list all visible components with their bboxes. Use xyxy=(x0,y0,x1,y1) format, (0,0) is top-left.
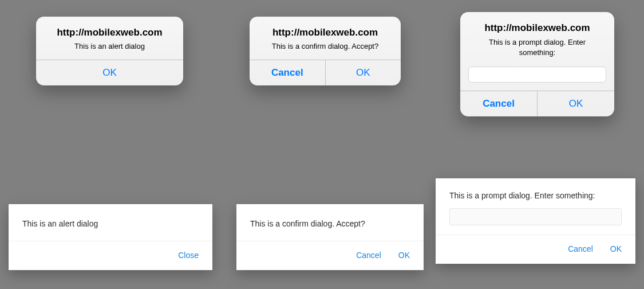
ok-button[interactable]: OK xyxy=(397,248,411,262)
dialog-message: This is a prompt dialog. Enter something… xyxy=(460,37,614,67)
flat-confirm-dialog: This is a confirm dialog. Accept? Cancel… xyxy=(236,204,424,270)
dialog-buttons: Close xyxy=(9,241,212,270)
dialog-buttons: Cancel OK xyxy=(236,241,424,270)
dialog-message: This is a prompt dialog. Enter something… xyxy=(436,178,635,206)
dialog-message: This is a confirm dialog. Accept? xyxy=(236,204,424,241)
ok-button[interactable]: OK xyxy=(36,60,183,85)
input-row xyxy=(436,206,635,235)
dialog-message: This is a confirm dialog. Accept? xyxy=(250,42,401,60)
input-row xyxy=(460,67,614,91)
ios-prompt-dialog: http://mobilexweb.com This is a prompt d… xyxy=(460,12,614,116)
ios-alert-dialog: http://mobilexweb.com This is an alert d… xyxy=(36,17,183,85)
flat-alert-dialog: This is an alert dialog Close xyxy=(9,204,212,270)
close-button[interactable]: Close xyxy=(177,248,200,262)
cancel-button[interactable]: Cancel xyxy=(250,60,325,85)
ios-confirm-dialog: http://mobilexweb.com This is a confirm … xyxy=(250,17,401,85)
ok-button[interactable]: OK xyxy=(325,60,401,85)
dialog-buttons: OK xyxy=(36,60,183,85)
prompt-input[interactable] xyxy=(449,208,622,225)
flat-prompt-dialog: This is a prompt dialog. Enter something… xyxy=(436,178,635,264)
dialog-buttons: Cancel OK xyxy=(250,60,401,85)
cancel-button[interactable]: Cancel xyxy=(355,248,382,262)
cancel-button[interactable]: Cancel xyxy=(567,242,594,256)
ok-button[interactable]: OK xyxy=(609,242,623,256)
dialog-title: http://mobilexweb.com xyxy=(460,12,614,37)
dialog-buttons: Cancel OK xyxy=(436,235,635,264)
dialog-buttons: Cancel OK xyxy=(460,91,614,116)
dialog-message: This is an alert dialog xyxy=(9,204,212,241)
dialog-message: This is an alert dialog xyxy=(36,42,183,60)
prompt-input[interactable] xyxy=(468,67,606,83)
cancel-button[interactable]: Cancel xyxy=(460,91,537,116)
ok-button[interactable]: OK xyxy=(537,91,614,116)
dialog-title: http://mobilexweb.com xyxy=(250,17,401,42)
dialog-title: http://mobilexweb.com xyxy=(36,17,183,42)
